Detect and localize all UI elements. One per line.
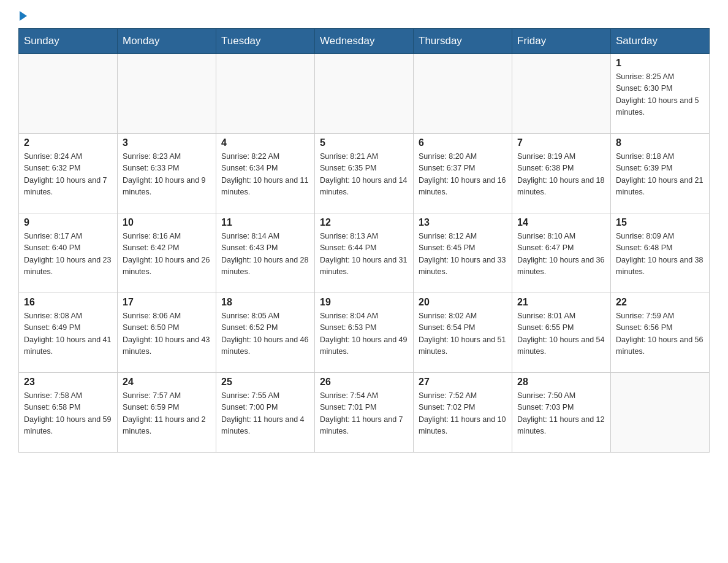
day-info: Sunrise: 7:59 AMSunset: 6:56 PMDaylight:… [616, 310, 704, 358]
calendar-cell: 13Sunrise: 8:12 AMSunset: 6:45 PMDayligh… [414, 213, 512, 293]
day-info: Sunrise: 8:01 AMSunset: 6:55 PMDaylight:… [517, 310, 605, 358]
day-number: 1 [616, 58, 704, 69]
calendar-cell: 21Sunrise: 8:01 AMSunset: 6:55 PMDayligh… [512, 293, 611, 373]
day-info: Sunrise: 7:58 AMSunset: 6:58 PMDaylight:… [24, 390, 112, 438]
day-info: Sunrise: 8:23 AMSunset: 6:33 PMDaylight:… [123, 151, 211, 199]
day-info: Sunrise: 8:25 AMSunset: 6:30 PMDaylight:… [616, 71, 704, 119]
calendar-cell: 16Sunrise: 8:08 AMSunset: 6:49 PMDayligh… [19, 293, 118, 373]
calendar-cell: 1Sunrise: 8:25 AMSunset: 6:30 PMDaylight… [611, 54, 710, 134]
calendar-cell: 2Sunrise: 8:24 AMSunset: 6:32 PMDaylight… [19, 134, 118, 213]
calendar-week-row: 1Sunrise: 8:25 AMSunset: 6:30 PMDaylight… [19, 54, 710, 134]
calendar-cell: 6Sunrise: 8:20 AMSunset: 6:37 PMDaylight… [414, 134, 512, 213]
day-number: 5 [320, 137, 408, 148]
day-number: 26 [320, 377, 408, 388]
weekday-header-tuesday: Tuesday [216, 29, 315, 54]
day-number: 20 [419, 297, 507, 308]
day-info: Sunrise: 7:50 AMSunset: 7:03 PMDaylight:… [517, 390, 605, 438]
calendar-week-row: 9Sunrise: 8:17 AMSunset: 6:40 PMDaylight… [19, 213, 710, 293]
calendar-cell: 17Sunrise: 8:06 AMSunset: 6:50 PMDayligh… [118, 293, 216, 373]
calendar-cell: 12Sunrise: 8:13 AMSunset: 6:44 PMDayligh… [315, 213, 414, 293]
weekday-header-saturday: Saturday [611, 29, 710, 54]
calendar-table: SundayMondayTuesdayWednesdayThursdayFrid… [18, 28, 710, 453]
day-number: 10 [123, 217, 211, 228]
calendar-cell: 9Sunrise: 8:17 AMSunset: 6:40 PMDaylight… [19, 213, 118, 293]
calendar-cell: 20Sunrise: 8:02 AMSunset: 6:54 PMDayligh… [414, 293, 512, 373]
day-info: Sunrise: 8:18 AMSunset: 6:39 PMDaylight:… [616, 151, 704, 199]
logo [18, 12, 27, 22]
calendar-cell [315, 54, 414, 134]
day-info: Sunrise: 8:19 AMSunset: 6:38 PMDaylight:… [517, 151, 605, 199]
day-number: 18 [221, 297, 309, 308]
day-number: 8 [616, 137, 704, 148]
day-number: 27 [419, 377, 507, 388]
calendar-cell: 28Sunrise: 7:50 AMSunset: 7:03 PMDayligh… [512, 373, 611, 453]
day-info: Sunrise: 8:24 AMSunset: 6:32 PMDaylight:… [24, 151, 112, 199]
day-info: Sunrise: 7:55 AMSunset: 7:00 PMDaylight:… [221, 390, 309, 438]
day-number: 23 [24, 377, 112, 388]
day-info: Sunrise: 8:08 AMSunset: 6:49 PMDaylight:… [24, 310, 112, 358]
day-number: 7 [517, 137, 605, 148]
day-info: Sunrise: 8:12 AMSunset: 6:45 PMDaylight:… [419, 231, 507, 278]
day-number: 2 [24, 137, 112, 148]
day-info: Sunrise: 7:57 AMSunset: 6:59 PMDaylight:… [123, 390, 211, 438]
calendar-week-row: 16Sunrise: 8:08 AMSunset: 6:49 PMDayligh… [19, 293, 710, 373]
day-number: 14 [517, 217, 605, 228]
weekday-header-friday: Friday [512, 29, 611, 54]
calendar-cell: 8Sunrise: 8:18 AMSunset: 6:39 PMDaylight… [611, 134, 710, 213]
calendar-cell: 5Sunrise: 8:21 AMSunset: 6:35 PMDaylight… [315, 134, 414, 213]
calendar-cell [118, 54, 216, 134]
weekday-header-thursday: Thursday [414, 29, 512, 54]
calendar-cell: 7Sunrise: 8:19 AMSunset: 6:38 PMDaylight… [512, 134, 611, 213]
day-info: Sunrise: 8:10 AMSunset: 6:47 PMDaylight:… [517, 231, 605, 278]
weekday-header-wednesday: Wednesday [315, 29, 414, 54]
day-info: Sunrise: 8:09 AMSunset: 6:48 PMDaylight:… [616, 231, 704, 278]
day-number: 4 [221, 137, 309, 148]
calendar-cell: 14Sunrise: 8:10 AMSunset: 6:47 PMDayligh… [512, 213, 611, 293]
day-info: Sunrise: 8:04 AMSunset: 6:53 PMDaylight:… [320, 310, 408, 358]
page-header [18, 12, 710, 22]
day-info: Sunrise: 8:06 AMSunset: 6:50 PMDaylight:… [123, 310, 211, 358]
day-info: Sunrise: 7:52 AMSunset: 7:02 PMDaylight:… [419, 390, 507, 438]
day-number: 19 [320, 297, 408, 308]
day-info: Sunrise: 8:20 AMSunset: 6:37 PMDaylight:… [419, 151, 507, 199]
calendar-cell: 22Sunrise: 7:59 AMSunset: 6:56 PMDayligh… [611, 293, 710, 373]
calendar-cell: 23Sunrise: 7:58 AMSunset: 6:58 PMDayligh… [19, 373, 118, 453]
day-number: 11 [221, 217, 309, 228]
calendar-cell [611, 373, 710, 453]
calendar-cell: 11Sunrise: 8:14 AMSunset: 6:43 PMDayligh… [216, 213, 315, 293]
calendar-cell: 27Sunrise: 7:52 AMSunset: 7:02 PMDayligh… [414, 373, 512, 453]
calendar-week-row: 23Sunrise: 7:58 AMSunset: 6:58 PMDayligh… [19, 373, 710, 453]
calendar-cell: 4Sunrise: 8:22 AMSunset: 6:34 PMDaylight… [216, 134, 315, 213]
calendar-cell [512, 54, 611, 134]
day-number: 15 [616, 217, 704, 228]
calendar-cell: 26Sunrise: 7:54 AMSunset: 7:01 PMDayligh… [315, 373, 414, 453]
day-number: 13 [419, 217, 507, 228]
day-number: 6 [419, 137, 507, 148]
day-info: Sunrise: 8:02 AMSunset: 6:54 PMDaylight:… [419, 310, 507, 358]
weekday-header-sunday: Sunday [19, 29, 118, 54]
day-number: 9 [24, 217, 112, 228]
day-number: 21 [517, 297, 605, 308]
calendar-cell: 25Sunrise: 7:55 AMSunset: 7:00 PMDayligh… [216, 373, 315, 453]
calendar-cell: 3Sunrise: 8:23 AMSunset: 6:33 PMDaylight… [118, 134, 216, 213]
day-info: Sunrise: 7:54 AMSunset: 7:01 PMDaylight:… [320, 390, 408, 438]
calendar-cell [216, 54, 315, 134]
weekday-header-row: SundayMondayTuesdayWednesdayThursdayFrid… [19, 29, 710, 54]
calendar-cell: 18Sunrise: 8:05 AMSunset: 6:52 PMDayligh… [216, 293, 315, 373]
calendar-cell [19, 54, 118, 134]
calendar-cell [414, 54, 512, 134]
logo-arrow-icon [20, 11, 27, 21]
day-number: 3 [123, 137, 211, 148]
day-number: 17 [123, 297, 211, 308]
calendar-cell: 10Sunrise: 8:16 AMSunset: 6:42 PMDayligh… [118, 213, 216, 293]
day-number: 25 [221, 377, 309, 388]
calendar-cell: 15Sunrise: 8:09 AMSunset: 6:48 PMDayligh… [611, 213, 710, 293]
day-info: Sunrise: 8:17 AMSunset: 6:40 PMDaylight:… [24, 231, 112, 278]
day-number: 24 [123, 377, 211, 388]
weekday-header-monday: Monday [118, 29, 216, 54]
day-info: Sunrise: 8:16 AMSunset: 6:42 PMDaylight:… [123, 231, 211, 278]
calendar-week-row: 2Sunrise: 8:24 AMSunset: 6:32 PMDaylight… [19, 134, 710, 213]
day-number: 12 [320, 217, 408, 228]
calendar-cell: 19Sunrise: 8:04 AMSunset: 6:53 PMDayligh… [315, 293, 414, 373]
day-info: Sunrise: 8:14 AMSunset: 6:43 PMDaylight:… [221, 231, 309, 278]
